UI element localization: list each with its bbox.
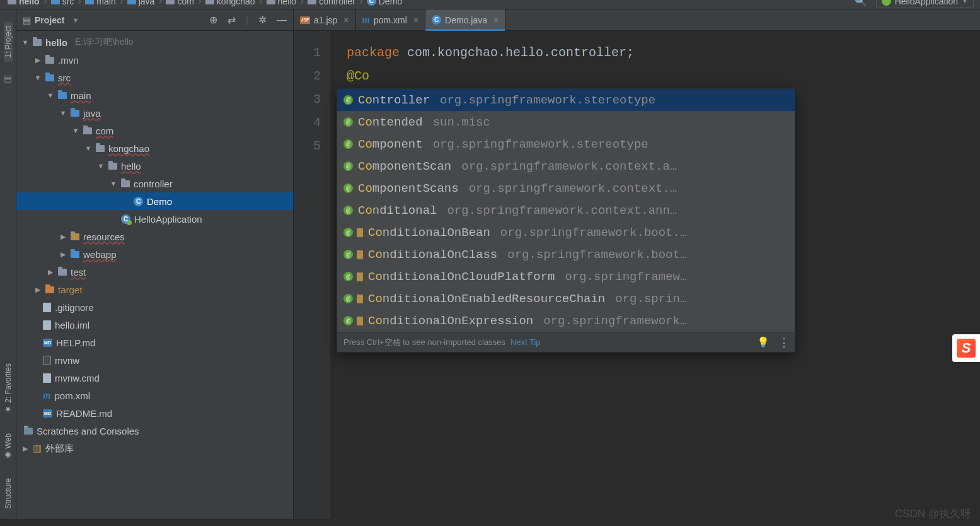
package-icon bbox=[357, 295, 363, 303]
toolstrip-web[interactable]: ◉ Web bbox=[4, 430, 13, 464]
folder-icon bbox=[121, 180, 130, 187]
project-tree[interactable]: ▼helloE:\学习吧\hello ▶.mvn ▼src ▼main ▼jav… bbox=[16, 31, 293, 519]
completion-item[interactable]: @Contendedsun.misc bbox=[337, 111, 795, 133]
gear-icon[interactable]: ✲ bbox=[258, 14, 267, 26]
tree-helpmd[interactable]: MDHELP.md bbox=[16, 334, 293, 351]
folder-icon bbox=[51, 0, 60, 4]
chevron-down-icon[interactable]: ▼ bbox=[72, 16, 79, 24]
close-icon[interactable]: × bbox=[493, 15, 499, 25]
tree-readme[interactable]: MDREADME.md bbox=[16, 404, 293, 422]
tree-target[interactable]: ▶target bbox=[16, 281, 293, 298]
tree-kongchao[interactable]: ▼kongchao bbox=[16, 139, 293, 157]
completion-item[interactable]: @ConditionalOnEnabledResourceChainorg.sp… bbox=[337, 288, 795, 310]
project-icon: ▤ bbox=[23, 15, 31, 25]
expand-icon[interactable]: ⇄ bbox=[228, 14, 236, 26]
completion-item[interactable]: @ComponentScansorg.springframework.conte… bbox=[337, 177, 795, 199]
tab-demojava[interactable]: CDemo.java× bbox=[425, 9, 505, 30]
package-icon bbox=[357, 250, 363, 259]
tree-mvnw[interactable]: mvnw bbox=[16, 351, 293, 369]
completion-item[interactable]: @ConditionalOnExpressionorg.springframew… bbox=[337, 310, 795, 332]
completion-item[interactable]: @Componentorg.springframework.stereotype bbox=[337, 133, 795, 155]
close-icon[interactable]: × bbox=[413, 15, 418, 25]
completion-item[interactable]: @ConditionalOnBeanorg.springframework.bo… bbox=[337, 221, 795, 243]
tree-webapp[interactable]: ▶webapp bbox=[16, 245, 293, 263]
folder-icon bbox=[96, 145, 105, 152]
folder-icon bbox=[71, 110, 79, 117]
tree-mvnwcmd[interactable]: mvnw.cmd bbox=[16, 369, 293, 387]
crumb-demo[interactable]: CDemo bbox=[364, 0, 405, 6]
folder-icon bbox=[8, 0, 16, 4]
folder-icon bbox=[127, 0, 136, 4]
breadcrumb: hello› src› main› java› com› kongchao› h… bbox=[0, 0, 980, 9]
close-icon[interactable]: × bbox=[343, 15, 349, 25]
hide-icon[interactable]: — bbox=[277, 15, 287, 26]
project-panel: ▤Project▼ ⊕ ⇄ | ✲ — ▼helloE:\学习吧\hello ▶… bbox=[16, 9, 294, 519]
completion-item[interactable]: @Controllerorg.springframework.stereotyp… bbox=[337, 89, 795, 111]
crumb-main[interactable]: main bbox=[83, 0, 118, 6]
completion-item[interactable]: @ComponentScanorg.springframework.contex… bbox=[337, 155, 795, 177]
crumb-src[interactable]: src bbox=[49, 0, 77, 6]
bulb-icon[interactable]: 💡 bbox=[757, 336, 770, 348]
annotation-icon: @ bbox=[343, 294, 353, 303]
tree-pomxml[interactable]: mpom.xml bbox=[16, 387, 293, 404]
toolstrip-structure[interactable]: Structure bbox=[4, 474, 13, 513]
completion-item[interactable]: @Conditionalorg.springframework.context.… bbox=[337, 199, 795, 221]
completion-popup[interactable]: @Controllerorg.springframework.stereotyp… bbox=[337, 88, 795, 353]
locate-icon[interactable]: ⊕ bbox=[209, 14, 217, 26]
tree-com[interactable]: ▼com bbox=[16, 122, 293, 139]
annotation-icon: @ bbox=[343, 206, 353, 215]
class-icon: C bbox=[367, 0, 376, 6]
tree-mvn[interactable]: ▶.mvn bbox=[16, 51, 293, 69]
annotation-icon: @ bbox=[343, 95, 353, 105]
library-icon: ▥ bbox=[33, 443, 42, 454]
tree-helloiml[interactable]: hello.iml bbox=[16, 316, 293, 334]
sogou-ime-badge[interactable]: S bbox=[952, 334, 980, 362]
crumb-hello[interactable]: hello bbox=[5, 0, 42, 6]
annotation-icon: @ bbox=[343, 184, 353, 193]
tree-scratches[interactable]: Scratches and Consoles bbox=[16, 422, 293, 440]
tab-pomxml[interactable]: mpom.xml× bbox=[356, 9, 426, 30]
tree-hellopkg[interactable]: ▼hello bbox=[16, 157, 293, 175]
search-icon[interactable]: 🔍 bbox=[854, 0, 867, 8]
file-icon: ▤ bbox=[4, 73, 12, 83]
crumb-com[interactable]: com bbox=[163, 0, 196, 6]
run-config-selector[interactable]: HelloApplication ▼ bbox=[876, 0, 974, 8]
crumb-java[interactable]: java bbox=[125, 0, 158, 6]
tree-extlib[interactable]: ▶▥外部库 bbox=[16, 440, 293, 457]
left-toolstrip: 1: Project ▤ ★ 2: Favorites ◉ Web Struct… bbox=[0, 9, 16, 519]
folder-icon bbox=[71, 233, 79, 240]
toolstrip-project[interactable]: 1: Project bbox=[4, 22, 13, 62]
more-icon[interactable]: ⋮ bbox=[778, 336, 788, 349]
crumb-controller[interactable]: controller bbox=[305, 0, 358, 6]
file-icon bbox=[43, 356, 51, 365]
toolstrip-favorites[interactable]: ★ 2: Favorites bbox=[4, 359, 13, 418]
completion-item[interactable]: @ConditionalOnClassorg.springframework.b… bbox=[337, 243, 795, 266]
folder-icon bbox=[85, 0, 94, 4]
tree-root[interactable]: ▼helloE:\学习吧\hello bbox=[16, 33, 293, 51]
editor-tabs: JSPa1.jsp× mpom.xml× CDemo.java× bbox=[294, 9, 980, 31]
crumb-hello2[interactable]: hello bbox=[264, 0, 299, 6]
run-config-label: HelloApplication bbox=[895, 0, 958, 6]
annotation-icon: @ bbox=[343, 250, 353, 259]
next-tip-link[interactable]: Next Tip bbox=[510, 337, 541, 347]
tree-helloapp[interactable]: ▶CHelloApplication bbox=[16, 210, 293, 228]
folder-icon bbox=[58, 92, 67, 99]
tree-resources[interactable]: ▶resources bbox=[16, 228, 293, 245]
tree-java[interactable]: ▼java bbox=[16, 104, 293, 122]
folder-icon bbox=[45, 57, 54, 64]
folder-icon bbox=[267, 0, 275, 4]
tree-main[interactable]: ▼main bbox=[16, 86, 293, 104]
md-icon: MD bbox=[43, 409, 52, 418]
tab-a1jsp[interactable]: JSPa1.jsp× bbox=[294, 9, 356, 30]
folder-icon bbox=[24, 428, 33, 435]
completion-item[interactable]: @ConditionalOnCloudPlatformorg.springfra… bbox=[337, 266, 795, 288]
file-icon bbox=[43, 320, 51, 330]
tree-src[interactable]: ▼src bbox=[16, 69, 293, 86]
tree-gitignore[interactable]: .gitignore bbox=[16, 298, 293, 316]
crumb-kongchao[interactable]: kongchao bbox=[203, 0, 258, 6]
tree-controller[interactable]: ▼controller bbox=[16, 175, 293, 192]
tree-test[interactable]: ▶test bbox=[16, 263, 293, 281]
tree-demo[interactable]: ▶CDemo bbox=[16, 192, 293, 210]
jsp-icon: JSP bbox=[300, 16, 310, 24]
completion-footer: Press Ctrl+空格 to see non-imported classe… bbox=[337, 332, 795, 352]
